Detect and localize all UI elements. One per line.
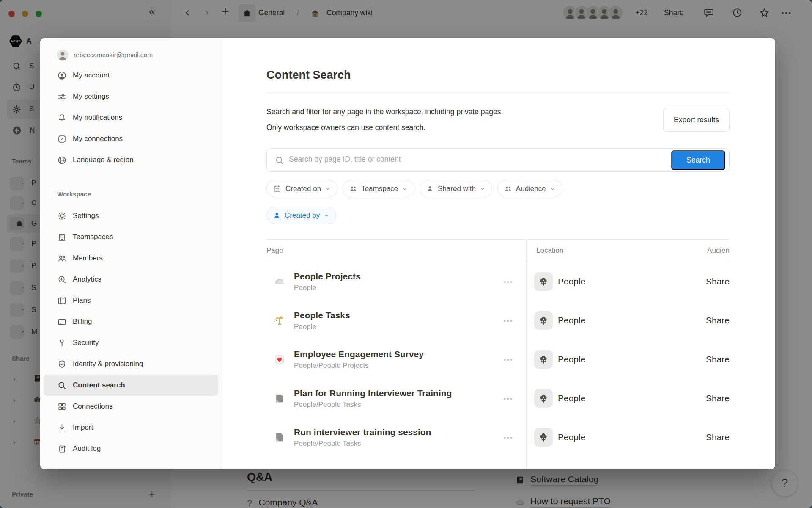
settings-nav-my-notifications[interactable]: My notifications	[44, 107, 218, 128]
column-header-location: Location	[526, 246, 668, 255]
filter-created-by[interactable]: Created by	[266, 207, 336, 224]
settings-nav-security[interactable]: Security	[44, 332, 218, 353]
map-icon	[57, 296, 67, 306]
teamspace-flower-icon	[534, 311, 553, 330]
audience-value: Share	[668, 276, 730, 287]
location-value: People	[558, 393, 585, 403]
teamspace-flower-icon	[534, 350, 553, 369]
cloud-icon	[274, 276, 285, 287]
settings-nav-import[interactable]: Import	[44, 417, 218, 438]
notion-window: « ‹ › + General / Company wiki +22 Share…	[0, 0, 812, 508]
chevron-down-icon	[402, 186, 408, 192]
members-icon	[57, 254, 67, 263]
user-avatar	[57, 50, 68, 61]
chevron-down-icon	[480, 186, 486, 192]
credit-card-icon	[57, 317, 67, 327]
page-title[interactable]: People Tasks	[294, 309, 504, 321]
page-path: People	[294, 322, 504, 332]
settings-nav-teamspaces[interactable]: Teamspaces	[44, 226, 218, 248]
row-menu-icon[interactable]: •••	[504, 318, 513, 324]
grid-icon	[57, 402, 67, 411]
settings-nav-plans[interactable]: Plans	[44, 290, 218, 311]
table-row[interactable]: Run interviewer training session People/…	[266, 418, 730, 457]
location-value: People	[558, 276, 585, 287]
filter-teamspace[interactable]: Teamspace	[343, 180, 414, 197]
crane-icon	[274, 315, 285, 326]
row-menu-icon[interactable]: •••	[504, 434, 513, 441]
magnifier-plus-icon	[57, 275, 67, 284]
divider	[266, 93, 730, 93]
teamspace-flower-icon	[534, 428, 553, 447]
sliders-icon	[57, 92, 67, 102]
results-table: Page Location Audien People Projects Peo…	[266, 239, 730, 469]
column-header-audience: Audien	[668, 246, 730, 255]
description: Search and filter for any page in the wo…	[266, 104, 503, 135]
filter-created-on[interactable]: Created on	[266, 180, 337, 197]
settings-nav-language-region[interactable]: Language & region	[44, 149, 218, 171]
settings-nav-settings[interactable]: Settings	[44, 205, 218, 226]
audience-value: Share	[668, 354, 730, 364]
search-icon	[274, 155, 285, 166]
filter-shared-with[interactable]: Shared with	[420, 180, 492, 197]
settings-nav-identity-provisioning[interactable]: Identity & provisioning	[44, 353, 218, 375]
settings-nav-my-settings[interactable]: My settings	[44, 86, 218, 107]
bell-icon	[57, 113, 67, 123]
settings-nav-connections[interactable]: Connections	[44, 396, 218, 417]
person-icon	[273, 211, 281, 219]
location-value: People	[558, 315, 585, 326]
key-icon	[57, 338, 67, 348]
location-value: People	[558, 354, 585, 364]
settings-nav-analytics[interactable]: Analytics	[44, 269, 218, 290]
search-button[interactable]: Search	[671, 150, 725, 170]
chevron-down-icon	[324, 213, 329, 218]
page-title[interactable]: Plan for Running Interviewer Training	[294, 387, 504, 399]
page-title[interactable]: Employee Engagement Survey	[294, 348, 504, 360]
page-title[interactable]: Run interviewer training session	[294, 426, 504, 438]
external-link-icon	[57, 134, 67, 144]
page-path: People	[294, 283, 504, 293]
table-header: Page Location Audien	[266, 239, 730, 262]
calendar-icon	[273, 184, 282, 193]
row-menu-icon[interactable]: •••	[504, 279, 513, 285]
settings-nav-members[interactable]: Members	[44, 248, 218, 269]
people-icon	[349, 185, 357, 193]
settings-nav-content-search[interactable]: Content search	[44, 375, 218, 396]
chevron-down-icon	[550, 186, 556, 192]
table-row[interactable]: People Projects People ••• People Share	[266, 262, 730, 301]
people-icon	[504, 185, 512, 193]
workspace-section-label: Workspace	[57, 190, 222, 199]
export-results-button[interactable]: Export results	[663, 108, 730, 132]
settings-sidebar: rebeccamcakir@gmail.com My account My se…	[40, 38, 222, 469]
heart-icon	[274, 354, 285, 365]
import-arrow-icon	[57, 423, 67, 433]
globe-icon	[57, 155, 67, 165]
table-row[interactable]: Plan for Running Interviewer Training Pe…	[266, 379, 730, 418]
page-icon	[274, 432, 285, 443]
page-path: People/People Tasks	[294, 400, 504, 410]
content-search-panel: Content Search Search and filter for any…	[222, 38, 775, 469]
filter-audience[interactable]: Audience	[497, 180, 562, 197]
settings-modal: rebeccamcakir@gmail.com My account My se…	[40, 38, 775, 469]
settings-nav-audit-log[interactable]: Audit log	[44, 438, 218, 459]
row-menu-icon[interactable]: •••	[504, 356, 513, 363]
location-value: People	[558, 432, 585, 442]
person-circle-icon	[57, 71, 67, 80]
page-icon	[274, 393, 285, 404]
table-row[interactable]: People Tasks People ••• People Share	[266, 301, 730, 340]
settings-nav-billing[interactable]: Billing	[44, 311, 218, 332]
table-row[interactable]: Employee Engagement Survey People/People…	[266, 340, 730, 379]
shield-check-icon	[57, 359, 67, 369]
column-divider	[526, 239, 527, 469]
audience-value: Share	[668, 315, 730, 326]
settings-nav-my-connections[interactable]: My connections	[44, 128, 218, 149]
settings-nav-my-account[interactable]: My account	[44, 65, 218, 86]
gear-icon	[57, 211, 67, 221]
column-header-page: Page	[266, 246, 526, 255]
search-input[interactable]: Search by page ID, title or content Sear…	[266, 148, 730, 172]
search-icon	[57, 381, 67, 390]
page-title: Content Search	[266, 68, 730, 82]
row-menu-icon[interactable]: •••	[504, 395, 513, 402]
audience-value: Share	[668, 393, 730, 403]
page-title[interactable]: People Projects	[294, 271, 504, 282]
scroll-icon	[57, 444, 67, 454]
